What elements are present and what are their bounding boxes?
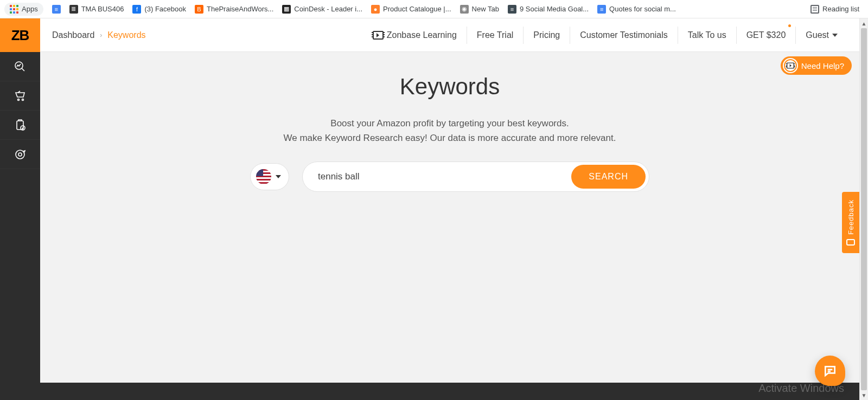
nav-zonbase-learning[interactable]: Zonbase Learning — [363, 27, 467, 44]
sidebar-item-optimize[interactable] — [0, 140, 40, 169]
caret-down-icon — [832, 34, 838, 37]
bookmark-label: TMA BUS406 — [81, 5, 124, 13]
nav-label: Customer Testimonials — [580, 30, 668, 40]
logo[interactable]: ZB — [0, 18, 40, 52]
app-root: ZB Dashboard › Keywords Zonbase Learn — [0, 18, 868, 400]
video-icon — [373, 31, 384, 40]
bookmark-item[interactable]: ≡9 Social Media Goal... — [503, 3, 593, 16]
clipboard-check-icon — [14, 119, 27, 132]
reading-list-label: Reading list — [822, 5, 859, 13]
apps-label: Apps — [22, 5, 38, 13]
bookmark-label: 9 Social Media Goal... — [520, 5, 589, 13]
favicon-icon: ≡ — [508, 5, 516, 14]
bookmark-label: Product Catalogue |... — [383, 5, 451, 13]
sidebar-item-cart[interactable] — [0, 81, 40, 111]
notification-dot-icon — [788, 24, 791, 27]
bookmark-item[interactable]: ≡ — [48, 3, 65, 16]
nav-get-320[interactable]: GET $320 — [736, 27, 796, 44]
search-row: SEARCH — [40, 162, 859, 192]
bookmark-label: New Tab — [472, 5, 499, 13]
bookmark-item[interactable]: BThePraiseAndWors... — [190, 3, 278, 16]
main-panel: Dashboard › Keywords Zonbase Learning Fr… — [40, 18, 859, 400]
sidebar-item-research[interactable] — [0, 52, 40, 81]
bookmark-item[interactable]: ≣TMA BUS406 — [65, 3, 129, 16]
video-play-icon — [784, 59, 797, 72]
keyword-search-input[interactable] — [318, 171, 565, 182]
nav-pricing[interactable]: Pricing — [523, 27, 570, 44]
header-right: Zonbase Learning Free Trial Pricing Cust… — [363, 27, 847, 44]
bookmark-item[interactable]: ≡Quotes for social m... — [593, 3, 680, 16]
svg-point-5 — [16, 150, 24, 159]
need-help-label: Need Help? — [801, 61, 844, 70]
search-trend-icon — [14, 60, 27, 73]
bookmark-item[interactable]: ●Product Catalogue |... — [367, 3, 456, 16]
caret-down-icon — [276, 175, 281, 178]
nav-talk-to-us[interactable]: Talk To us — [678, 27, 736, 44]
bookmark-item[interactable]: ▩CoinDesk - Leader i... — [278, 3, 367, 16]
apps-button[interactable]: Apps — [4, 3, 43, 16]
bookmarks-left: Apps ≡≣TMA BUS406f(3) FacebookBThePraise… — [4, 3, 806, 16]
bookmark-label: Quotes for social m... — [609, 5, 676, 13]
svg-point-1 — [18, 99, 20, 100]
favicon-icon: ≡ — [597, 5, 606, 14]
nav-label: Zonbase Learning — [387, 30, 457, 40]
feedback-tab[interactable]: Feedback — [842, 192, 859, 253]
page-title: Keywords — [40, 74, 859, 100]
breadcrumb-current: Keywords — [107, 30, 145, 40]
chevron-right-icon: › — [100, 31, 102, 39]
flag-us-icon — [256, 169, 271, 184]
chat-launcher[interactable] — [815, 356, 845, 386]
page-subtitle: Boost your Amazon profit by targeting yo… — [40, 116, 859, 145]
nav-free-trial[interactable]: Free Trial — [467, 27, 524, 44]
bookmark-label: (3) Facebook — [144, 5, 186, 13]
reading-list-button[interactable]: Reading list — [806, 3, 864, 16]
logo-text: ZB — [11, 27, 29, 44]
feedback-label: Feedback — [847, 199, 855, 235]
favicon-icon: ● — [371, 5, 380, 14]
header: Dashboard › Keywords Zonbase Learning Fr… — [40, 18, 859, 52]
favicon-icon: ◉ — [460, 5, 469, 14]
subtitle-line: Boost your Amazon profit by targeting yo… — [40, 116, 859, 131]
svg-point-6 — [18, 153, 22, 156]
target-refresh-icon — [14, 148, 27, 161]
favicon-icon: ≣ — [69, 5, 78, 14]
browser-scrollbar[interactable]: ▲ ▼ — [859, 18, 868, 400]
search-button[interactable]: SEARCH — [571, 165, 646, 189]
bookmark-label: ThePraiseAndWors... — [207, 5, 273, 13]
nav-label: Talk To us — [688, 30, 726, 40]
nav-label: GET $320 — [746, 30, 786, 40]
nav-label: Guest — [806, 30, 829, 40]
scroll-thumb[interactable] — [861, 28, 867, 390]
bookmark-item[interactable]: f(3) Facebook — [128, 3, 190, 16]
breadcrumb: Dashboard › Keywords — [52, 30, 146, 40]
bookmark-label: CoinDesk - Leader i... — [294, 5, 362, 13]
nav-label: Free Trial — [477, 30, 514, 40]
sidebar-item-listings[interactable] — [0, 111, 40, 140]
scroll-up-icon[interactable]: ▲ — [860, 18, 868, 28]
feedback-icon — [846, 239, 855, 246]
cart-icon — [14, 89, 27, 102]
content-area: Need Help? Keywords Boost your Amazon pr… — [40, 52, 859, 383]
nav-guest-menu[interactable]: Guest — [795, 27, 847, 44]
nav-label: Pricing — [533, 30, 560, 40]
country-selector[interactable] — [250, 163, 289, 190]
footer-strip — [40, 383, 859, 400]
sidebar: ZB — [0, 18, 40, 400]
favicon-icon: ▩ — [282, 5, 291, 14]
need-help-button[interactable]: Need Help? — [781, 56, 852, 75]
svg-point-2 — [22, 99, 24, 100]
favicon-icon: B — [195, 5, 203, 14]
chat-icon — [823, 364, 837, 378]
apps-grid-icon — [10, 5, 18, 14]
bookmark-item[interactable]: ◉New Tab — [456, 3, 503, 16]
favicon-icon: ≡ — [52, 5, 61, 14]
subtitle-line: We make Keyword Research easy! Our data … — [40, 131, 859, 145]
favicon-icon: f — [132, 5, 141, 14]
browser-bookmarks-bar: Apps ≡≣TMA BUS406f(3) FacebookBThePraise… — [0, 0, 868, 18]
breadcrumb-dashboard[interactable]: Dashboard — [52, 30, 94, 40]
reading-list-icon — [810, 5, 819, 14]
scroll-down-icon[interactable]: ▼ — [860, 390, 868, 400]
nav-testimonials[interactable]: Customer Testimonials — [570, 27, 678, 44]
search-box: SEARCH — [302, 162, 649, 192]
scroll-track[interactable] — [860, 28, 868, 390]
